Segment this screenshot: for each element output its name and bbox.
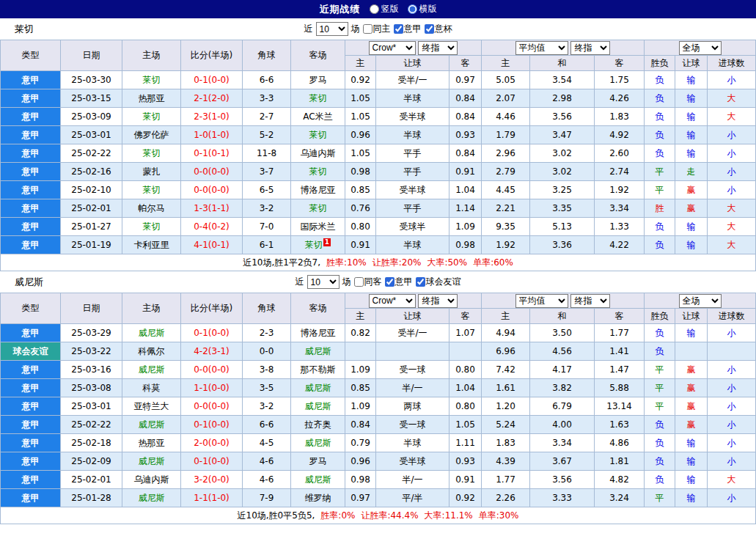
corner-cell: 4-6 bbox=[243, 452, 291, 471]
avg-away-cell: 4.82 bbox=[595, 471, 645, 489]
odds-home-cell: 1.05 bbox=[345, 108, 376, 126]
result-cell: 负 bbox=[645, 416, 675, 434]
avg-home-cell: 5.05 bbox=[482, 71, 530, 89]
recent-count-select[interactable]: 10 bbox=[307, 275, 340, 289]
italy-cup-checkbox[interactable] bbox=[425, 24, 434, 34]
date-cell: 25-01-28 bbox=[61, 489, 122, 507]
odds-home-cell: 0.80 bbox=[345, 218, 376, 236]
league-cell: 意甲 bbox=[1, 452, 61, 471]
serie-a-checkbox[interactable] bbox=[385, 277, 394, 287]
match-row: 意甲25-03-16威尼斯0-0(0-0)3-8那不勒斯1.09受一球0.807… bbox=[1, 361, 756, 379]
score-cell: 1-1(1-0) bbox=[181, 489, 243, 507]
horizontal-radio[interactable] bbox=[408, 4, 417, 14]
home-team: 威尼斯 bbox=[122, 452, 181, 471]
result-cell: 负 bbox=[645, 126, 675, 144]
odds-away-cell: 0.80 bbox=[449, 361, 482, 379]
avg-home-cell: 1.79 bbox=[482, 126, 530, 144]
col-header: 日期 bbox=[61, 40, 122, 71]
date-cell: 25-02-18 bbox=[61, 434, 122, 452]
summary-stat: 单率:30% bbox=[479, 510, 519, 521]
average-select[interactable]: 平均值 bbox=[515, 294, 568, 308]
handicap-result-cell: 输 bbox=[675, 218, 708, 236]
layout-option-horizontal[interactable]: 横版 bbox=[408, 3, 437, 15]
sub-col-header: 和 bbox=[530, 56, 595, 71]
filter-italy-cup[interactable]: 意杯 bbox=[425, 23, 452, 35]
match-row: 意甲25-02-01乌迪内斯3-2(0-0)4-6威尼斯0.98半/一0.911… bbox=[1, 471, 756, 489]
corner-cell: 7-9 bbox=[243, 489, 291, 507]
club-friendly-checkbox[interactable] bbox=[416, 277, 425, 287]
league-cell: 意甲 bbox=[1, 71, 61, 89]
odds-away-cell: 0.93 bbox=[449, 452, 482, 471]
average-select[interactable]: 平均值 bbox=[515, 41, 568, 55]
odds-home-cell: 1.05 bbox=[345, 144, 376, 163]
league-cell: 意甲 bbox=[1, 144, 61, 163]
summary-prefix: 近10场,胜1平2负7, bbox=[243, 257, 320, 268]
goals-result-cell: 大 bbox=[708, 471, 756, 489]
odds-home-cell: 0.96 bbox=[345, 452, 376, 471]
sub-col-header: 和 bbox=[530, 309, 595, 324]
bookmaker-stage-select[interactable]: 终指 bbox=[418, 41, 458, 55]
handicap-result-cell: 输 bbox=[675, 236, 708, 254]
scope-select[interactable]: 全场 bbox=[679, 294, 722, 308]
handicap-result-cell: 输 bbox=[675, 126, 708, 144]
avg-draw-cell: 4.17 bbox=[530, 361, 595, 379]
layout-option-vertical[interactable]: 竖版 bbox=[370, 3, 399, 15]
odds-away-cell: 1.05 bbox=[449, 416, 482, 434]
result-cell: 胜 bbox=[645, 199, 675, 218]
sub-col-header: 让球 bbox=[376, 309, 449, 324]
home-team: 莱切 bbox=[122, 108, 181, 126]
odds-home-cell: 0.76 bbox=[345, 199, 376, 218]
league-cell: 意甲 bbox=[1, 379, 61, 397]
league-cell: 意甲 bbox=[1, 416, 61, 434]
bookmaker-stage-select[interactable]: 终指 bbox=[418, 294, 458, 308]
avg-draw-cell: 4.56 bbox=[530, 342, 595, 361]
league-cell: 意甲 bbox=[1, 163, 61, 181]
score-cell: 2-0(0-0) bbox=[181, 434, 243, 452]
score-cell: 0-0(0-0) bbox=[181, 397, 243, 416]
away-team: 莱切1 bbox=[291, 236, 345, 254]
league-cell: 意甲 bbox=[1, 181, 61, 199]
same-away-checkbox[interactable] bbox=[354, 277, 364, 287]
recent-count-select[interactable]: 10 bbox=[316, 22, 348, 36]
home-team: 科莫 bbox=[122, 379, 181, 397]
filter-serie-a[interactable]: 意甲 bbox=[394, 23, 422, 35]
bookmaker-select[interactable]: Crow* bbox=[369, 41, 416, 55]
bookmaker-select[interactable]: Crow* bbox=[369, 294, 416, 308]
date-cell: 25-03-01 bbox=[61, 126, 122, 144]
avg-home-cell: 2.79 bbox=[482, 163, 530, 181]
serie-a-checkbox[interactable] bbox=[394, 24, 403, 34]
avg-away-cell: 1.75 bbox=[595, 71, 645, 89]
date-cell: 25-02-16 bbox=[61, 163, 122, 181]
average-odds-header: 平均值 终指 bbox=[482, 40, 645, 56]
handicap-cell: 受一球 bbox=[376, 361, 449, 379]
same-home-checkbox[interactable] bbox=[363, 24, 373, 34]
sub-col-header: 主 bbox=[345, 309, 376, 324]
filter-club-friendly[interactable]: 球会友谊 bbox=[416, 276, 461, 288]
vertical-radio[interactable] bbox=[370, 4, 379, 14]
average-stage-select[interactable]: 终指 bbox=[570, 41, 610, 55]
handicap-cell: 受半/一 bbox=[376, 71, 449, 89]
match-row: 意甲25-02-09威尼斯0-1(0-0)4-6罗马0.96受半球0.934.3… bbox=[1, 452, 756, 471]
filter-italy-cup-label: 意杯 bbox=[435, 23, 452, 35]
scope-select[interactable]: 全场 bbox=[679, 41, 722, 55]
filter-same-away[interactable]: 同客 bbox=[354, 276, 382, 288]
corner-cell: 3-7 bbox=[243, 163, 291, 181]
col-header: 主场 bbox=[122, 293, 181, 324]
avg-away-cell: 5.88 bbox=[595, 379, 645, 397]
corner-cell: 3-2 bbox=[243, 397, 291, 416]
date-cell: 25-01-19 bbox=[61, 236, 122, 254]
average-stage-select[interactable]: 终指 bbox=[570, 294, 610, 308]
home-team: 蒙扎 bbox=[122, 163, 181, 181]
date-cell: 25-03-29 bbox=[61, 324, 122, 342]
handicap-cell: 受半球 bbox=[376, 108, 449, 126]
away-team: 莱切 bbox=[291, 163, 345, 181]
corner-cell: 6-5 bbox=[243, 181, 291, 199]
odds-home-cell bbox=[345, 342, 376, 361]
filter-same-home[interactable]: 同主 bbox=[363, 23, 391, 35]
avg-home-cell: 2.96 bbox=[482, 144, 530, 163]
filter-serie-a[interactable]: 意甲 bbox=[385, 276, 413, 288]
sub-col-header: 客 bbox=[595, 309, 645, 324]
goals-result-cell: 小 bbox=[708, 379, 756, 397]
score-cell: 4-2(3-1) bbox=[181, 342, 243, 361]
col-header: 主场 bbox=[122, 40, 181, 71]
